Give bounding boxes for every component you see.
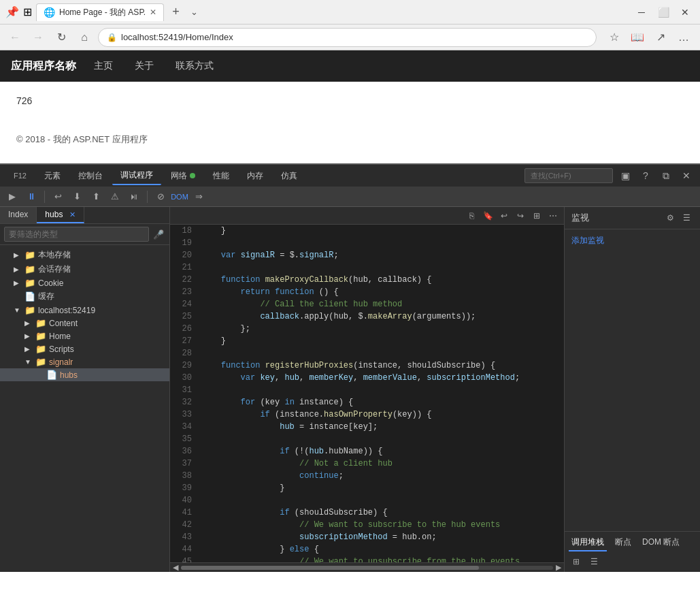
nav-home[interactable]: 主页 [90,57,117,75]
tree-signalr[interactable]: ▼ 📁 signalr [0,355,169,368]
tree-label-signalr: signalr [49,357,73,367]
minimize-btn[interactable]: ─ [632,3,651,22]
code-line-29: 29 function registerHubProxies(instance,… [170,359,564,372]
app-brand[interactable]: 应用程序名称 [11,59,76,74]
refresh-btn[interactable]: ↻ [52,28,71,47]
pause-btn-2[interactable]: ⏯ [126,189,142,205]
tree-label-scripts: Scripts [49,344,74,354]
forward-btn[interactable]: → [29,28,48,47]
devtools-dock-btn[interactable]: ▣ [617,167,633,184]
nav-contact[interactable]: 联系方式 [171,57,218,75]
folder-icon-local: 📁 [24,250,35,260]
dom-breakpoints-tab[interactable]: DOM 断点 [639,534,682,551]
restore-btn[interactable]: ⬜ [654,3,673,22]
tree-local-storage[interactable]: ▶ 📁 本地存储 [0,248,169,262]
reading-list-btn[interactable]: 📖 [627,27,648,48]
code-bookmark-btn[interactable]: 🔖 [481,209,495,223]
breakpoints-tab[interactable]: 断点 [612,534,634,551]
step-into-btn[interactable]: ⬇ [69,189,85,205]
code-editor[interactable]: 18 } 19 20 var signalR = $.signalR; 21 [170,225,564,562]
pause-btn[interactable]: ⏸ [23,189,39,205]
tab-close-btn[interactable]: ✕ [150,7,156,17]
code-line-20: 20 var signalR = $.signalR; [170,249,564,261]
tree-label-cookie: Cookie [38,278,63,288]
tree-arrow-session: ▶ [14,266,22,273]
h-scrollbar-thumb[interactable] [181,566,479,570]
file-tab-hubs[interactable]: hubs ✕ [37,207,84,223]
browser-tab[interactable]: 🌐 Home Page - 我的 ASP. ✕ [36,3,164,21]
code-line-18: 18 } [170,225,564,237]
tab-overflow-btn[interactable]: ⌄ [188,7,201,17]
watch-settings-btn[interactable]: ⚙ [663,211,677,225]
devtools-detach-btn[interactable]: ⧉ [658,167,674,184]
app-number: 726 [16,95,684,106]
file-tab-close-btn[interactable]: ✕ [69,210,76,219]
add-watch-btn[interactable]: 添加监视 [565,229,700,252]
dom-breakpoints-btn[interactable]: DOM [171,189,188,205]
callstack-icon-2[interactable]: ☰ [586,554,601,569]
resume-btn[interactable]: ▶ [4,189,20,205]
code-scrollbar-horizontal[interactable]: ◀ ▶ [170,562,564,572]
code-nav-fwd-btn[interactable]: ↪ [514,209,527,223]
code-line-37: 37 // Not a client hub [170,458,564,470]
scroll-left-btn[interactable]: ◀ [173,563,178,572]
devtools-close-btn[interactable]: ✕ [678,167,695,184]
devtools-tab-console[interactable]: 控制台 [70,167,111,185]
tree-host[interactable]: ▼ 📁 localhost:52419 [0,304,169,317]
tree-scripts[interactable]: ▶ 📁 Scripts [0,342,169,355]
code-more-btn[interactable]: ⋯ [546,209,560,223]
tree-session-storage[interactable]: ▶ 📁 会话存储 [0,262,169,276]
tree-hubs[interactable]: ▶ 📄 hubs [0,368,169,381]
file-tab-index[interactable]: Index [0,207,37,223]
code-copy-btn[interactable]: ⎘ [465,209,478,223]
new-tab-btn[interactable]: + [168,5,184,19]
disable-breakpoints-btn[interactable]: ⊘ [152,189,169,205]
tree-label-local: 本地存储 [38,249,71,261]
scroll-right-btn[interactable]: ▶ [556,563,561,572]
devtools-tab-debugger[interactable]: 调试程序 [112,167,161,185]
settings-btn[interactable]: … [673,27,695,48]
url-text: localhost:52419/Home/Index [121,32,233,42]
folder-icon-scripts: 📁 [35,344,46,354]
filter-input[interactable] [4,227,149,242]
tab-favicon: 🌐 [44,7,55,18]
app-footer: © 2018 - 我的 ASP.NET 应用程序 [16,133,684,146]
close-btn[interactable]: ✕ [676,3,695,22]
tree-cache[interactable]: ▶ 📄 缓存 [0,289,169,304]
devtools-tab-f12[interactable]: F12 [5,169,35,182]
tree-content[interactable]: ▶ 📁 Content [0,317,169,330]
tree-home[interactable]: ▶ 📁 Home [0,330,169,342]
nav-about[interactable]: 关于 [131,57,158,75]
callstack-icon-1[interactable]: ⊞ [569,554,584,569]
home-btn[interactable]: ⌂ [75,28,94,47]
tree-label-cache: 缓存 [38,291,54,302]
back-btn[interactable]: ← [5,28,24,47]
devtools-tab-memory[interactable]: 内存 [239,167,271,185]
filter-voice-btn[interactable]: 🎤 [152,227,165,241]
workers-btn[interactable]: ⇒ [190,189,207,205]
callstack-tab[interactable]: 调用堆栈 [569,534,607,551]
devtools-help-btn[interactable]: ? [637,167,654,184]
code-map-btn[interactable]: ⊞ [530,209,544,223]
break-exceptions-btn[interactable]: ⚠ [107,189,123,205]
address-input[interactable]: 🔒 localhost:52419/Home/Index [98,28,597,47]
devtools-tab-network[interactable]: 网络 [163,167,203,185]
step-out-btn[interactable]: ⬆ [88,189,104,205]
code-line-26: 26 }; [170,323,564,335]
share-btn[interactable]: ↗ [650,27,671,48]
devtools-watch-panel: 监视 ⚙ ☰ 添加监视 调用堆栈 断点 DOM 断点 ⊞ ☰ [564,207,700,572]
bookmarks-icon-btn[interactable]: ☆ [603,27,625,48]
code-line-31: 31 [170,384,564,396]
devtools-search-input[interactable] [524,168,613,183]
code-line-24: 24 // Call the client hub method [170,298,564,310]
devtools-topbar-right: ▣ ? ⧉ ✕ [524,167,695,184]
devtools-tab-elements[interactable]: 元素 [36,167,69,185]
browser-icon: 📌 [5,5,19,18]
devtools-tab-performance[interactable]: 性能 [205,167,237,185]
watch-list-btn[interactable]: ☰ [680,211,693,225]
step-over-btn[interactable]: ↩ [50,189,66,205]
code-nav-back-btn[interactable]: ↩ [497,209,511,223]
devtools-tab-emulation[interactable]: 仿真 [273,167,305,185]
code-line-36: 36 if (!(hub.hubName)) { [170,445,564,458]
tree-cookie[interactable]: ▶ 📁 Cookie [0,276,169,289]
